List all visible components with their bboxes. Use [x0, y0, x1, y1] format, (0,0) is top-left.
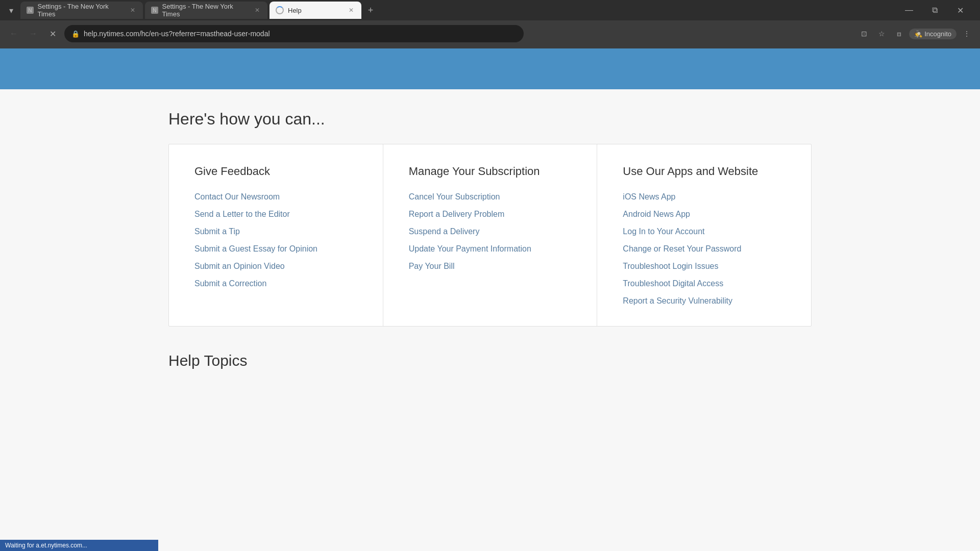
status-bar: Waiting for a.et.nytimes.com...: [0, 540, 158, 551]
browser-action-icons: ⊡ ☆ ⧈ 🕵 Incognito ⋮: [857, 27, 974, 41]
restore-button[interactable]: ⧉: [923, 0, 946, 20]
incognito-icon: 🕵: [914, 30, 922, 38]
suspend-delivery-link[interactable]: Suspend a Delivery: [409, 227, 577, 236]
submit-tip-link[interactable]: Submit a Tip: [194, 227, 362, 236]
tab-favicon-2: N: [151, 7, 158, 14]
reload-button[interactable]: ✕: [45, 26, 60, 41]
tab-label-2: Settings - The New York Times: [162, 3, 250, 18]
address-text: help.nytimes.com/hc/en-us?referrer=masth…: [84, 30, 517, 38]
ios-news-app-link[interactable]: iOS News App: [623, 192, 791, 202]
window-controls: — ⧉ ✕: [897, 0, 972, 20]
android-news-app-link[interactable]: Android News App: [623, 210, 791, 219]
manage-subscription-links: Cancel Your Subscription Report a Delive…: [409, 192, 577, 271]
split-view-icon[interactable]: ⧈: [892, 27, 906, 41]
cancel-subscription-link[interactable]: Cancel Your Subscription: [409, 192, 577, 202]
page-content: Here's how you can... Give Feedback Cont…: [0, 48, 980, 551]
contact-newsroom-link[interactable]: Contact Our Newsroom: [194, 192, 362, 202]
menu-button[interactable]: ⋮: [960, 27, 974, 41]
log-in-account-link[interactable]: Log In to Your Account: [623, 227, 791, 236]
manage-subscription-card: Manage Your Subscription Cancel Your Sub…: [383, 144, 598, 326]
main-content: Here's how you can... Give Feedback Cont…: [158, 89, 822, 390]
browser-chrome: ▾ N Settings - The New York Times ✕ N Se…: [0, 0, 980, 48]
give-feedback-card: Give Feedback Contact Our Newsroom Send …: [169, 144, 383, 326]
tab-label-3: Help: [288, 7, 302, 14]
status-text: Waiting for a.et.nytimes.com...: [5, 542, 87, 549]
tab-close-3[interactable]: ✕: [347, 6, 355, 14]
address-bar-row: ← → ✕ 🔒 help.nytimes.com/hc/en-us?referr…: [0, 20, 980, 47]
address-bar[interactable]: 🔒 help.nytimes.com/hc/en-us?referrer=mas…: [64, 25, 524, 42]
new-tab-button[interactable]: +: [363, 3, 378, 17]
back-button[interactable]: ←: [6, 26, 21, 41]
submit-opinion-video-link[interactable]: Submit an Opinion Video: [194, 262, 362, 271]
submit-guest-essay-link[interactable]: Submit a Guest Essay for Opinion: [194, 244, 362, 254]
minimize-button[interactable]: —: [897, 0, 921, 20]
use-apps-title: Use Our Apps and Website: [623, 165, 791, 178]
report-security-vulnerability-link[interactable]: Report a Security Vulnerability: [623, 296, 791, 306]
report-delivery-problem-link[interactable]: Report a Delivery Problem: [409, 210, 577, 219]
bookmark-icon[interactable]: ☆: [874, 27, 889, 41]
security-icon: 🔒: [71, 30, 80, 38]
submit-correction-link[interactable]: Submit a Correction: [194, 279, 362, 288]
tab-bar: ▾ N Settings - The New York Times ✕ N Se…: [0, 0, 980, 20]
use-apps-card: Use Our Apps and Website iOS News App An…: [597, 144, 811, 326]
tab-settings-2[interactable]: N Settings - The New York Times ✕: [145, 2, 267, 19]
section-heading: Here's how you can...: [168, 110, 812, 129]
incognito-badge: 🕵 Incognito: [909, 29, 957, 39]
forward-button[interactable]: →: [26, 26, 41, 41]
tab-list-button[interactable]: ▾: [4, 3, 18, 17]
tab-label-1: Settings - The New York Times: [38, 3, 125, 18]
tab-settings-1[interactable]: N Settings - The New York Times ✕: [20, 2, 143, 19]
pay-bill-link[interactable]: Pay Your Bill: [409, 262, 577, 271]
screen-cast-icon[interactable]: ⊡: [857, 27, 871, 41]
tab-close-1[interactable]: ✕: [129, 6, 137, 14]
update-payment-link[interactable]: Update Your Payment Information: [409, 244, 577, 254]
send-letter-link[interactable]: Send a Letter to the Editor: [194, 210, 362, 219]
tab-loading-spinner: [276, 6, 284, 14]
incognito-label: Incognito: [924, 30, 951, 38]
give-feedback-links: Contact Our Newsroom Send a Letter to th…: [194, 192, 362, 288]
cards-container: Give Feedback Contact Our Newsroom Send …: [168, 144, 812, 327]
change-reset-password-link[interactable]: Change or Reset Your Password: [623, 244, 791, 254]
troubleshoot-digital-access-link[interactable]: Troubleshoot Digital Access: [623, 279, 791, 288]
tab-help[interactable]: Help ✕: [270, 2, 361, 19]
tab-favicon-1: N: [27, 7, 34, 14]
close-button[interactable]: ✕: [948, 0, 972, 20]
manage-subscription-title: Manage Your Subscription: [409, 165, 577, 178]
tab-close-2[interactable]: ✕: [254, 6, 261, 14]
page-blue-header: [0, 48, 980, 89]
help-topics-heading: Help Topics: [168, 352, 812, 369]
give-feedback-title: Give Feedback: [194, 165, 362, 178]
troubleshoot-login-link[interactable]: Troubleshoot Login Issues: [623, 262, 791, 271]
use-apps-links: iOS News App Android News App Log In to …: [623, 192, 791, 306]
